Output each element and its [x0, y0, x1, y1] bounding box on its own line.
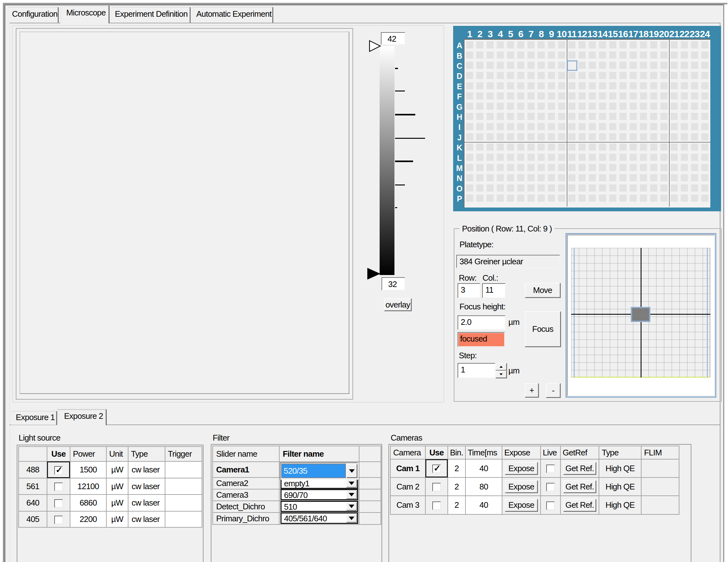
svg-text:N: N — [457, 174, 462, 183]
svg-text:O: O — [456, 184, 462, 193]
svg-text:18: 18 — [638, 29, 648, 39]
svg-text:17: 17 — [628, 29, 638, 39]
svg-text:1: 1 — [467, 29, 472, 39]
svg-text:A: A — [457, 41, 462, 50]
svg-text:F: F — [457, 92, 462, 101]
svg-text:13: 13 — [587, 29, 597, 39]
svg-text:6: 6 — [518, 29, 523, 39]
svg-text:22: 22 — [679, 29, 690, 39]
svg-text:14: 14 — [598, 29, 608, 39]
svg-text:4: 4 — [498, 29, 503, 39]
svg-text:J: J — [457, 133, 462, 142]
svg-text:9: 9 — [549, 29, 554, 39]
svg-text:C: C — [457, 62, 462, 70]
svg-text:B: B — [457, 51, 462, 60]
svg-text:5: 5 — [508, 29, 513, 39]
svg-text:P: P — [457, 194, 462, 203]
svg-text:I: I — [459, 123, 461, 132]
svg-text:H: H — [457, 113, 462, 121]
svg-text:20: 20 — [659, 29, 669, 39]
svg-text:24: 24 — [700, 29, 710, 39]
svg-text:L: L — [457, 154, 462, 163]
svg-text:12: 12 — [577, 29, 587, 39]
svg-text:7: 7 — [529, 29, 534, 39]
svg-text:3: 3 — [488, 29, 493, 39]
svg-text:E: E — [457, 82, 462, 91]
svg-text:16: 16 — [618, 29, 628, 39]
svg-text:8: 8 — [539, 29, 544, 39]
svg-text:23: 23 — [690, 29, 700, 39]
svg-text:K: K — [457, 143, 462, 152]
svg-text:G: G — [456, 103, 462, 111]
svg-text:11: 11 — [567, 29, 577, 39]
svg-text:19: 19 — [649, 29, 659, 39]
svg-text:D: D — [457, 72, 462, 80]
svg-text:10: 10 — [557, 29, 567, 39]
svg-text:M: M — [456, 164, 463, 173]
svg-text:15: 15 — [608, 29, 618, 39]
svg-text:21: 21 — [669, 29, 679, 39]
svg-text:2: 2 — [477, 29, 482, 39]
